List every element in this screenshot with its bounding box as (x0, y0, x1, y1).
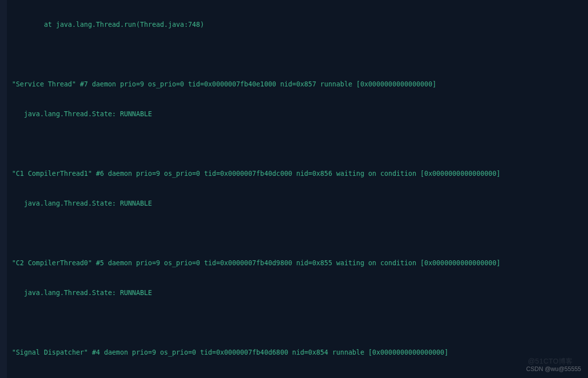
output-line (12, 228, 588, 238)
output-line: "C1 CompilerThread1" #6 daemon prio=9 os… (12, 169, 588, 179)
output-line: java.lang.Thread.State: RUNNABLE (12, 199, 588, 209)
output-line: at java.lang.Thread.run(Thread.java:748) (12, 20, 588, 30)
output-line (12, 139, 588, 149)
watermark-csdn: CSDN @wu@55555 (526, 364, 581, 374)
terminal-output[interactable]: at java.lang.Thread.run(Thread.java:748)… (12, 0, 588, 378)
output-line: java.lang.Thread.State: RUNNABLE (12, 109, 588, 119)
output-line (12, 318, 588, 328)
editor-gutter (0, 0, 7, 378)
output-line: "Signal Dispatcher" #4 daemon prio=9 os_… (12, 348, 588, 358)
output-line: "C2 CompilerThread0" #5 daemon prio=9 os… (12, 258, 588, 268)
output-line: "Service Thread" #7 daemon prio=9 os_pri… (12, 79, 588, 89)
output-line: java.lang.Thread.State: RUNNABLE (12, 288, 588, 298)
output-line (12, 50, 588, 60)
